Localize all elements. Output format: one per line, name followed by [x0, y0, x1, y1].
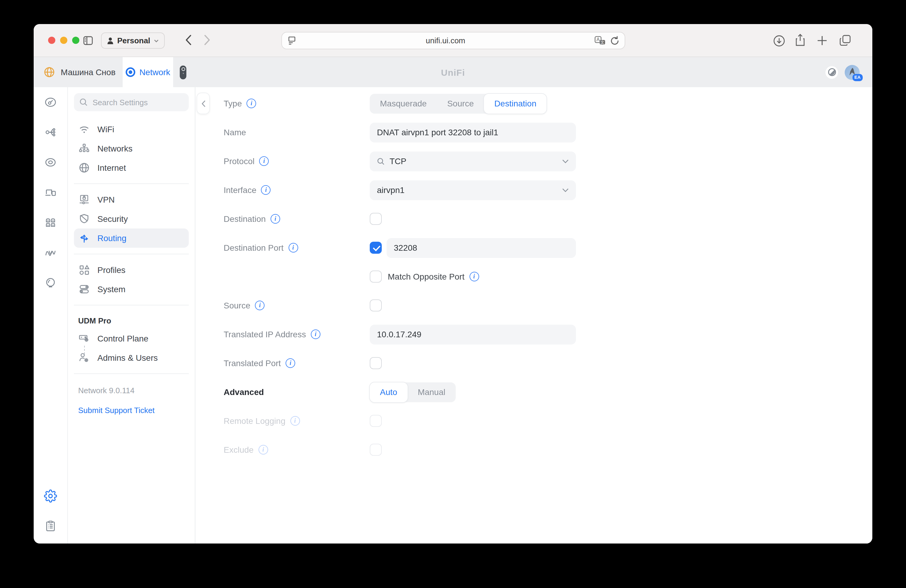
- sidebar-item-system[interactable]: System: [74, 280, 189, 299]
- share-icon[interactable]: [795, 33, 806, 47]
- theme-toggle-button[interactable]: [825, 66, 838, 78]
- traffic-lights: [48, 37, 79, 44]
- type-option-destination[interactable]: Destination: [484, 94, 547, 113]
- sidebar-item-security[interactable]: Security: [74, 209, 189, 228]
- info-icon[interactable]: i: [288, 243, 298, 252]
- type-option-source[interactable]: Source: [437, 94, 484, 113]
- search-placeholder: Search Settings: [93, 98, 148, 107]
- devices-icon[interactable]: [44, 156, 57, 169]
- downloads-icon[interactable]: [773, 35, 785, 47]
- info-icon: i: [258, 445, 268, 454]
- info-icon[interactable]: i: [469, 272, 479, 281]
- destination-row: Destinationi: [195, 204, 873, 233]
- destination-checkbox[interactable]: [370, 213, 382, 225]
- destination-port-row: Destination Porti 32208: [195, 233, 873, 262]
- advanced-option-auto[interactable]: Auto: [370, 382, 408, 402]
- destination-port-input[interactable]: 32208: [386, 238, 576, 258]
- wifiman-icon[interactable]: [44, 276, 57, 289]
- translated-ip-input[interactable]: 10.0.17.249: [370, 324, 576, 344]
- interface-row: Interfacei airvpn1: [195, 175, 873, 204]
- system-log-icon[interactable]: [44, 519, 57, 533]
- avatar[interactable]: EA: [845, 65, 860, 80]
- source-checkbox[interactable]: [370, 300, 382, 311]
- advanced-option-manual[interactable]: Manual: [408, 382, 456, 402]
- translated-port-checkbox[interactable]: [370, 357, 382, 369]
- sidebar-item-routing[interactable]: Routing: [74, 228, 189, 248]
- protocol-value: TCP: [389, 156, 407, 166]
- insights-icon[interactable]: [44, 216, 57, 229]
- advanced-segmented-control: Auto Manual: [370, 382, 455, 402]
- sidebar-item-label: Security: [97, 214, 128, 224]
- radios-icon[interactable]: [44, 246, 57, 259]
- reload-icon[interactable]: [610, 36, 619, 45]
- name-input[interactable]: DNAT airvpn1 port 32208 to jail1: [370, 122, 576, 142]
- screen: Personal unifi.ui.com A 文: [0, 0, 906, 588]
- interface-select[interactable]: airvpn1: [370, 180, 576, 200]
- internet-globe-icon: [78, 162, 90, 174]
- name-value: DNAT airvpn1 port 32208 to jail1: [377, 127, 498, 137]
- close-window-button[interactable]: [48, 37, 55, 44]
- divider: [74, 254, 189, 254]
- avatar-badge: EA: [852, 74, 863, 81]
- sidebar-item-wifi[interactable]: WiFi: [74, 120, 189, 139]
- sidebar-item-label: System: [97, 284, 125, 294]
- sidebar-item-admins-users[interactable]: Admins & Users: [74, 348, 189, 367]
- advanced-row: Advanced Auto Manual: [195, 378, 873, 406]
- interface-label: Interface: [223, 185, 257, 195]
- unifi-logo: UniFi: [33, 67, 873, 77]
- toggle-sidebar-icon[interactable]: [83, 35, 93, 46]
- reader-view-icon[interactable]: [287, 36, 297, 45]
- search-settings-input[interactable]: Search Settings: [74, 93, 189, 111]
- profile-button[interactable]: Personal: [101, 32, 165, 49]
- exclude-row: Excludei: [195, 435, 873, 464]
- back-button[interactable]: [185, 34, 192, 46]
- translated-port-row: Translated Porti: [195, 349, 873, 378]
- type-option-masquerade[interactable]: Masquerade: [370, 94, 437, 113]
- info-icon[interactable]: i: [286, 359, 295, 368]
- svg-text:文: 文: [601, 40, 605, 45]
- protocol-row: Protocoli TCP: [195, 147, 873, 175]
- new-tab-icon[interactable]: [817, 35, 827, 46]
- match-opposite-port-checkbox[interactable]: [370, 271, 382, 282]
- sidebar-item-networks[interactable]: Networks: [74, 139, 189, 158]
- sidebar-item-label: Control Plane: [97, 334, 148, 343]
- submit-support-ticket-link[interactable]: Submit Support Ticket: [74, 395, 189, 415]
- control-plane-icon: [78, 333, 90, 344]
- protocol-select[interactable]: TCP: [370, 151, 576, 171]
- tab-overview-icon[interactable]: [839, 34, 851, 46]
- sidebar-item-label: VPN: [97, 195, 115, 204]
- info-icon[interactable]: i: [247, 99, 257, 108]
- translate-icon[interactable]: A 文: [595, 36, 605, 45]
- sidebar-item-label: Profiles: [97, 265, 125, 275]
- info-icon[interactable]: i: [255, 301, 265, 310]
- info-icon[interactable]: i: [261, 185, 271, 195]
- sidebar-item-vpn[interactable]: VPN: [74, 190, 189, 209]
- destination-label: Destination: [223, 214, 266, 224]
- topology-icon[interactable]: [44, 126, 57, 139]
- version-text: Network 9.0.114: [74, 380, 189, 395]
- type-segmented-control: Masquerade Source Destination: [370, 94, 547, 113]
- minimize-window-button[interactable]: [60, 37, 67, 44]
- sidebar-item-control-plane[interactable]: Control Plane: [74, 329, 189, 348]
- source-row: Sourcei: [195, 291, 873, 320]
- address-bar[interactable]: unifi.ui.com A 文: [281, 32, 625, 49]
- settings-icon[interactable]: [44, 489, 57, 503]
- clients-icon[interactable]: [44, 186, 57, 199]
- profiles-icon: [78, 264, 90, 276]
- translated-ip-value: 10.0.17.249: [377, 330, 421, 339]
- zoom-window-button[interactable]: [72, 37, 79, 44]
- info-icon[interactable]: i: [311, 330, 321, 339]
- type-label: Type: [223, 99, 242, 108]
- name-label: Name: [223, 127, 246, 137]
- sidebar-item-internet[interactable]: Internet: [74, 158, 189, 177]
- browser-toolbar: Personal unifi.ui.com A 文: [33, 24, 873, 57]
- sidebar-item-label: Internet: [97, 163, 126, 172]
- dashboard-icon[interactable]: [44, 96, 57, 109]
- info-icon[interactable]: i: [271, 214, 280, 224]
- info-icon: i: [290, 416, 300, 425]
- forward-button[interactable]: [204, 34, 211, 46]
- destination-port-checkbox[interactable]: [370, 242, 382, 254]
- svg-text:A: A: [597, 37, 600, 42]
- info-icon[interactable]: i: [259, 156, 269, 166]
- sidebar-item-profiles[interactable]: Profiles: [74, 260, 189, 280]
